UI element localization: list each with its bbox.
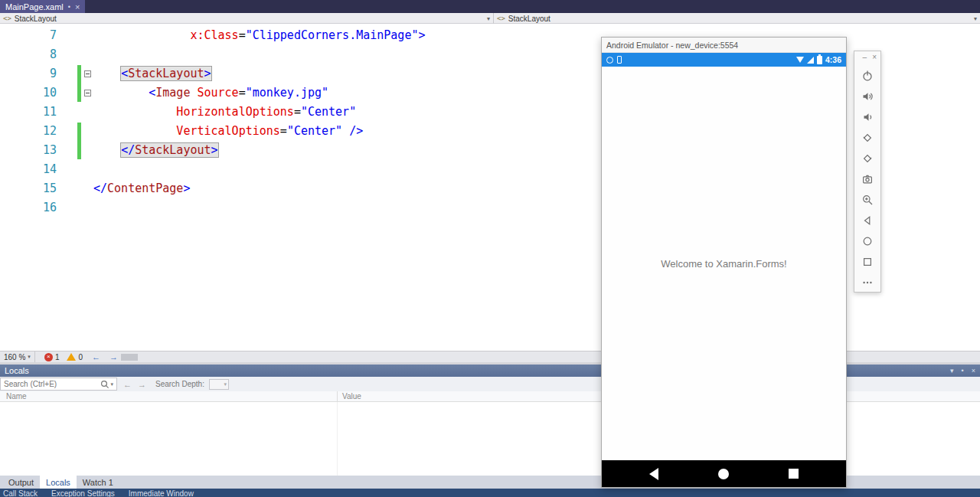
pin-icon[interactable]: •	[68, 3, 70, 11]
chevron-down-icon[interactable]: ▾	[974, 15, 977, 22]
line-number: 8	[0, 45, 58, 64]
pin-icon[interactable]: •	[962, 367, 964, 374]
search-next-icon[interactable]: →	[138, 380, 146, 389]
search-icon[interactable]	[100, 380, 109, 389]
screenshot-icon[interactable]	[858, 168, 878, 189]
line-number: 13	[0, 141, 58, 160]
column-header-value[interactable]: Value	[342, 392, 361, 401]
tab-watch-1[interactable]: Watch 1	[77, 476, 119, 489]
warning-count: 0	[78, 353, 83, 361]
line-number: 9	[0, 64, 58, 83]
more-icon[interactable]	[858, 272, 878, 293]
close-icon[interactable]: ×	[75, 2, 80, 11]
line-number: 15	[0, 179, 58, 198]
tab-output[interactable]: Output	[2, 476, 40, 489]
warning-icon[interactable]	[67, 353, 76, 361]
emulator-title: Android Emulator - new_device:5554	[606, 41, 738, 50]
document-tab-bar: MainPage.xaml • ×	[0, 0, 980, 13]
breadcrumb-element-left[interactable]: <> StackLayout ▾	[0, 13, 494, 24]
wifi-icon	[796, 57, 804, 63]
rotate-right-icon[interactable]	[858, 148, 878, 168]
fold-marker-icon[interactable]	[84, 90, 91, 96]
search-box[interactable]: ▾	[0, 378, 117, 391]
emulator-toolbar: – ×	[854, 51, 881, 293]
android-emulator-window: Android Emulator - new_device:5554 4:36 …	[601, 37, 847, 488]
zoom-icon[interactable]	[858, 189, 878, 210]
breadcrumb-label: StackLayout	[15, 15, 57, 23]
chevron-down-icon[interactable]: ▾	[109, 381, 116, 387]
power-icon[interactable]	[858, 65, 878, 86]
tab-exception-settings[interactable]: Exception Settings	[51, 489, 115, 497]
breadcrumb-element-right[interactable]: <> StackLayout ▾	[494, 13, 980, 24]
battery-icon	[817, 56, 822, 64]
panel-title: Locals	[5, 366, 29, 375]
error-count: 1	[55, 353, 60, 361]
circle-notification-icon	[606, 57, 613, 64]
home-icon[interactable]	[718, 469, 729, 479]
search-depth-label: Search Depth:	[155, 380, 204, 388]
xml-element-icon: <>	[497, 15, 505, 22]
overview-icon[interactable]	[858, 251, 878, 272]
navigation-bar: <> StackLayout ▾ <> StackLayout ▾	[0, 13, 980, 24]
volume-down-icon[interactable]	[858, 106, 878, 127]
navigate-forward-icon[interactable]: →	[109, 352, 118, 361]
horizontal-scrollbar-thumb[interactable]	[121, 354, 138, 361]
clock-text: 4:36	[825, 55, 841, 64]
fold-marker-icon[interactable]	[84, 70, 91, 77]
volume-up-icon[interactable]	[858, 86, 878, 106]
close-icon[interactable]: ×	[872, 54, 877, 61]
change-bar	[77, 123, 81, 159]
back-icon[interactable]	[858, 210, 878, 231]
home-icon[interactable]	[858, 231, 878, 251]
matched-tag-highlight: <StackLayout>	[121, 67, 211, 80]
line-number: 16	[0, 198, 58, 217]
search-prev-icon[interactable]: ←	[123, 380, 132, 389]
error-icon[interactable]: ×	[44, 353, 53, 361]
minimize-icon[interactable]: –	[863, 54, 867, 61]
window-position-icon[interactable]: ▾	[950, 367, 954, 374]
line-number: 7	[0, 26, 58, 45]
zoom-level: 160 %	[4, 353, 25, 361]
chevron-down-icon: ▾	[28, 354, 31, 360]
xml-element-icon: <>	[3, 15, 11, 22]
tab-locals[interactable]: Locals	[40, 476, 77, 489]
tab-call-stack[interactable]: Call Stack	[3, 489, 38, 497]
column-header-name[interactable]: Name	[6, 392, 27, 401]
chevron-down-icon: ▾	[224, 381, 227, 387]
navigate-back-icon[interactable]: ←	[92, 352, 100, 361]
welcome-text: Welcome to Xamarin.Forms!	[661, 258, 786, 270]
line-number: 14	[0, 160, 58, 179]
android-nav-bar	[602, 460, 846, 487]
search-input[interactable]	[1, 380, 100, 388]
line-number: 11	[0, 103, 58, 122]
matched-tag-highlight: </StackLayout>	[121, 143, 217, 157]
android-status-bar: 4:36	[602, 53, 846, 67]
change-bar	[77, 65, 81, 102]
line-number: 10	[0, 83, 58, 103]
breadcrumb-label: StackLayout	[508, 15, 550, 23]
back-icon[interactable]	[649, 468, 658, 480]
line-number: 12	[0, 122, 58, 141]
emulator-title-bar[interactable]: Android Emulator - new_device:5554	[602, 38, 846, 53]
overview-icon[interactable]	[789, 469, 799, 479]
emulator-screen: Welcome to Xamarin.Forms!	[602, 67, 846, 460]
chevron-down-icon[interactable]: ▾	[487, 15, 490, 22]
tab-mainpage-xaml[interactable]: MainPage.xaml • ×	[0, 0, 85, 13]
zoom-selector[interactable]: 160 % ▾	[0, 351, 35, 363]
tab-title: MainPage.xaml	[5, 2, 64, 11]
bottom-status-strip: Call Stack Exception Settings Immediate …	[0, 489, 980, 497]
cellular-signal-icon	[807, 57, 814, 64]
battery-notification-icon	[617, 56, 622, 64]
search-depth-combo[interactable]: ▾	[209, 379, 229, 390]
rotate-left-icon[interactable]	[858, 127, 878, 148]
tab-immediate-window[interactable]: Immediate Window	[129, 489, 194, 497]
close-icon[interactable]: ×	[972, 367, 975, 374]
